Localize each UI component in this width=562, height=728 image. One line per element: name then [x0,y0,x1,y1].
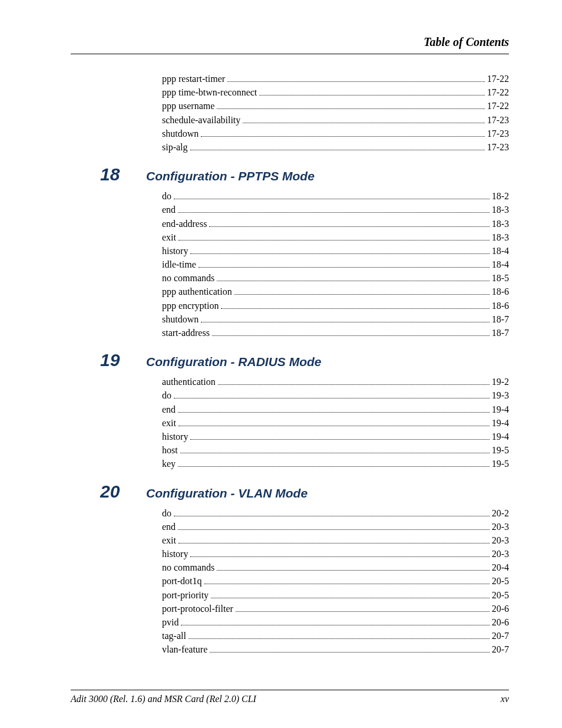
toc-entry[interactable]: ppp restart-timer 17-22 [162,72,509,85]
toc-entry-page: 20-5 [492,588,509,602]
toc-entry-label: end [162,520,176,533]
toc-entry-page: 18-4 [492,258,509,271]
toc-entry[interactable]: key 19-5 [162,457,509,470]
toc-leader-dots [217,108,484,109]
toc-entry[interactable]: shutdown 18-7 [162,312,509,326]
chapter-heading[interactable]: 18Configuration - PPTPS Mode [71,164,509,185]
toc-entry[interactable]: end 18-3 [162,203,509,216]
toc-leader-dots [174,398,490,398]
chapter-number: 19 [100,350,141,370]
toc-leader-dots [218,384,490,385]
toc-entry[interactable]: port-protocol-filter 20-6 [162,602,509,615]
toc-entry-page: 20-2 [492,506,509,520]
toc-entry-label: do [162,506,171,520]
toc-leader-dots [178,412,490,413]
toc-leader-dots [209,226,489,227]
toc-entry-page: 18-7 [492,312,509,326]
toc-entry[interactable]: ppp time-btwn-reconnect 17-22 [162,85,509,99]
toc-entry-label: shutdown [162,312,199,326]
toc-entry-label: end [162,203,176,216]
toc-entry[interactable]: exit 19-4 [162,416,509,430]
toc-entry-page: 20-3 [492,520,509,533]
toc-leader-dots [201,322,489,322]
chapter-number: 18 [100,164,141,185]
toc-entry[interactable]: do 18-2 [162,189,509,203]
toc-leader-dots [190,439,489,440]
toc-entry[interactable]: end 20-3 [162,520,509,533]
toc-leader-dots [199,267,490,268]
toc-entry[interactable]: ppp authentication 18-6 [162,285,509,298]
toc-entry[interactable]: ppp encryption 18-6 [162,299,509,312]
toc-entry[interactable]: port-priority 20-5 [162,588,509,602]
toc-entry-label: ppp restart-timer [162,72,225,85]
toc-entry[interactable]: end 19-4 [162,403,509,416]
toc-entry[interactable]: no commands 18-5 [162,271,509,285]
toc-entries: authentication 19-2do 19-3end 19-4exit 1… [162,375,509,470]
toc-entry[interactable]: tag-all 20-7 [162,629,509,643]
toc-entry-page: 19-5 [492,443,509,457]
chapter-title: Configuration - RADIUS Mode [146,355,321,369]
page-footer: Adit 3000 (Rel. 1.6) and MSR Card (Rel 2… [71,690,509,704]
toc-entry-page: 18-3 [492,230,509,244]
toc-leader-dots [174,199,490,199]
toc-entry[interactable]: end-address 18-3 [162,217,509,230]
toc-leader-dots [181,625,489,625]
toc-entry-label: exit [162,230,176,244]
toc-entry-label: no commands [162,561,214,574]
toc-chapter: 19Configuration - RADIUS Modeauthenticat… [71,350,509,470]
toc-entry[interactable]: sip-alg 17-23 [162,140,509,154]
toc-leader-dots [236,611,490,612]
toc-entry-label: key [162,457,176,470]
toc-leader-dots [211,598,490,598]
toc-entry[interactable]: host 19-5 [162,443,509,457]
toc-entry-page: 18-3 [492,217,509,230]
header-title: Table of Contents [424,35,509,48]
toc-entry[interactable]: port-dot1q 20-5 [162,574,509,588]
toc-entry[interactable]: ppp username 17-22 [162,99,509,113]
toc-entry-label: host [162,443,178,457]
chapter-heading[interactable]: 20Configuration - VLAN Mode [71,482,509,502]
toc-entry[interactable]: do 19-3 [162,388,509,402]
toc-leader-dots [190,556,489,557]
toc-leader-dots [217,281,489,281]
toc-entry[interactable]: exit 18-3 [162,230,509,244]
toc-entry-label: end [162,403,176,416]
toc-entry[interactable]: do 20-2 [162,506,509,520]
toc-entry[interactable]: authentication 19-2 [162,375,509,388]
toc-chapter: 18Configuration - PPTPS Modedo 18-2end 1… [71,164,509,340]
toc-leader-dots [201,136,484,137]
toc-entry[interactable]: shutdown 17-23 [162,127,509,140]
toc-leader-dots [212,335,490,336]
toc-entry[interactable]: no commands 20-4 [162,561,509,574]
toc-entry-page: 19-4 [492,403,509,416]
chapter-heading[interactable]: 19Configuration - RADIUS Mode [71,350,509,370]
toc-entry[interactable]: history 18-4 [162,244,509,258]
toc-leader-dots [190,253,489,254]
toc-entry-page: 20-7 [492,643,509,656]
toc-entry-page: 19-2 [492,375,509,388]
toc-entry-page: 18-4 [492,244,509,258]
toc-entry-page: 19-4 [492,416,509,430]
toc-leader-dots [178,466,490,467]
toc-entry-page: 18-6 [492,299,509,312]
toc-entry[interactable]: idle-time 18-4 [162,258,509,271]
toc-leader-dots [243,123,484,123]
toc-leader-dots [259,95,484,95]
toc-leader-dots [178,529,490,530]
toc-entry[interactable]: history 20-3 [162,547,509,561]
toc-entry-label: history [162,430,188,443]
toc-leader-dots [227,81,485,82]
toc-entry[interactable]: start-address 18-7 [162,326,509,340]
toc-leader-dots [178,426,490,426]
toc-entry-label: do [162,189,171,203]
toc-entry-page: 20-5 [492,574,509,588]
toc-entry[interactable]: pvid 20-6 [162,615,509,629]
toc-entry[interactable]: history 19-4 [162,430,509,443]
toc-entry-page: 19-3 [492,388,509,402]
toc-entry-label: do [162,388,171,402]
toc-entry-label: schedule-availability [162,113,240,127]
toc-entry[interactable]: exit 20-3 [162,533,509,547]
toc-chapter: 20Configuration - VLAN Modedo 20-2end 20… [71,482,509,657]
toc-entry[interactable]: vlan-feature 20-7 [162,643,509,656]
toc-entry[interactable]: schedule-availability 17-23 [162,113,509,127]
